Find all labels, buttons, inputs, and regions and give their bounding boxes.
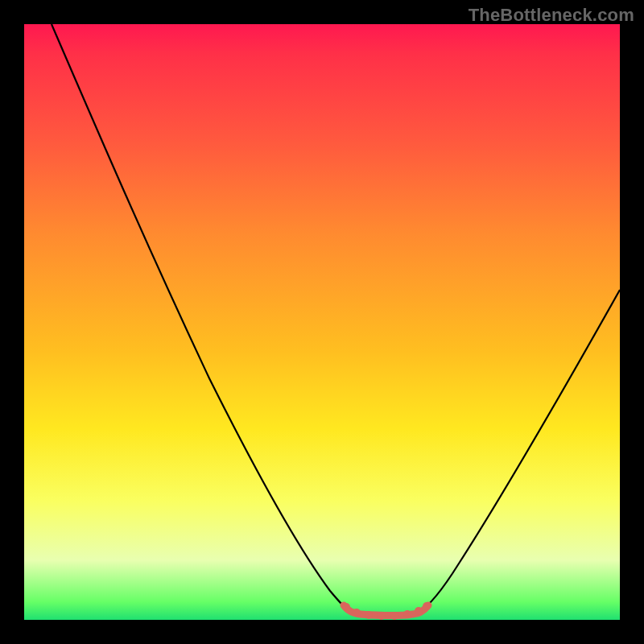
bottleneck-curve-left [52, 24, 353, 613]
bottleneck-curve-right [419, 290, 620, 612]
svg-point-0 [342, 603, 350, 611]
watermark-text: TheBottleneck.com [469, 5, 634, 26]
svg-point-7 [423, 602, 431, 610]
svg-point-2 [365, 611, 373, 619]
svg-point-4 [390, 612, 398, 620]
svg-point-1 [353, 609, 361, 617]
svg-point-5 [403, 610, 411, 618]
svg-point-3 [378, 612, 386, 620]
plot-area [24, 24, 620, 620]
chart-svg [24, 24, 620, 620]
svg-point-6 [415, 607, 423, 615]
chart-container: TheBottleneck.com [0, 0, 644, 644]
